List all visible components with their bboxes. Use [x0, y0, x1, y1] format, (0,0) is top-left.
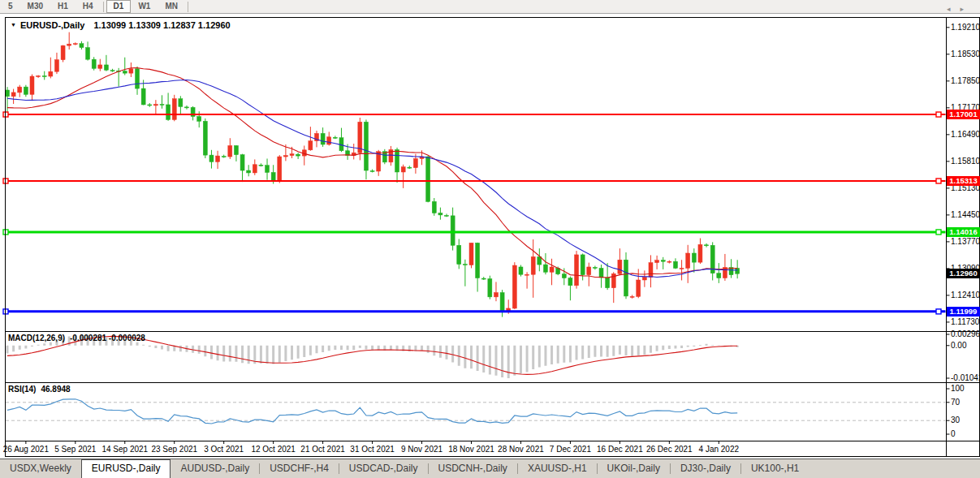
date-axis-label: 5 Sep 2021	[47, 445, 104, 454]
price-axis-tick: 1.14450	[951, 211, 980, 219]
chart-tab-usdx-weekly[interactable]: USDX,Weekly	[0, 459, 81, 478]
chart-tab-uk100-h1[interactable]: UK100-,H1	[741, 459, 809, 478]
price-axis-tick: 1.17850	[951, 77, 980, 85]
rsi-axis-tick: 0	[951, 430, 956, 438]
chart-tab-audusd-daily[interactable]: AUDUSD-,Daily	[171, 459, 259, 478]
date-axis-label: 18 Nov 2021	[443, 445, 500, 454]
chart-tabbar: USDX,WeeklyEURUSD-,DailyAUDUSD-,DailyUSD…	[0, 459, 980, 478]
date-axis-label: 4 Jan 2022	[690, 445, 747, 454]
chart-tab-usdcad-daily[interactable]: USDCAD-,Daily	[339, 459, 428, 478]
level-price-tag: 1.15313	[947, 176, 980, 186]
macd-axis-tick: 0.00	[951, 342, 966, 350]
chart-tab-usdchf-h4[interactable]: USDCHF-,H4	[260, 459, 339, 478]
level-price-tag: 1.14016	[947, 227, 980, 237]
symbol-dropdown-icon[interactable]: ▼	[11, 22, 16, 28]
hline-handle[interactable]	[936, 309, 941, 314]
price-axis-tick: 1.18530	[951, 50, 980, 58]
hline-handle[interactable]	[936, 179, 941, 183]
chart-tab-eurusd-daily[interactable]: EURUSD-,Daily	[81, 459, 171, 478]
macd-name: MACD(12,26,9)	[8, 334, 65, 342]
chart-symbol-label: EURUSD-,Daily	[20, 20, 84, 30]
date-axis-label: 23 Sep 2021	[146, 445, 203, 454]
mt4-chart-window: 5M30H1H4D1W1MN ▼EURUSD-,Daily1.13099 1.1…	[0, 0, 980, 478]
macd-indicator-label: MACD(12,26,9)-0.000281 -0.000028	[8, 334, 145, 342]
price-axis-tick: 1.16490	[951, 131, 980, 139]
chart-tab-ukoil-daily[interactable]: UKOil-,Daily	[598, 459, 670, 478]
level-price-tag: 1.17001	[947, 110, 980, 119]
tab-scroll-arrows: ◂▸	[947, 5, 974, 13]
date-axis-label: 31 Oct 2021	[344, 445, 401, 454]
date-axis-label: 14 Sep 2021	[97, 445, 153, 454]
price-axis-tick: 1.19210	[951, 24, 980, 32]
date-axis-label: 9 Nov 2021	[394, 445, 451, 454]
date-axis-label: 3 Oct 2021	[196, 445, 253, 454]
level-price-tag: 1.11999	[947, 307, 980, 317]
current-price-tag: 1.12960	[947, 269, 980, 278]
price-chart-canvas[interactable]	[0, 0, 980, 478]
rsi-value: 46.8948	[41, 385, 70, 394]
rsi-name: RSI(14)	[8, 385, 36, 394]
macd-values: -0.000281 -0.000028	[70, 334, 145, 342]
date-axis-label: 28 Nov 2021	[492, 445, 549, 454]
hline-handle[interactable]	[936, 112, 941, 117]
rsi-axis-tick: 70	[951, 398, 960, 407]
date-axis-label: 7 Dec 2021	[542, 445, 598, 454]
price-axis-tick: 1.13770	[951, 238, 980, 246]
chart-ohlc-values: 1.13099 1.13309 1.12837 1.12960	[93, 20, 230, 30]
chart-tab-xauusd-h1[interactable]: XAUUSD-,H1	[518, 459, 597, 478]
date-axis-label: 16 Dec 2021	[591, 445, 648, 454]
price-axis-tick: 1.11730	[951, 318, 979, 326]
date-axis-label: 26 Dec 2021	[641, 445, 697, 454]
chart-title: ▼EURUSD-,Daily1.13099 1.13309 1.12837 1.…	[11, 20, 231, 30]
macd-axis-tick: 0.002966	[951, 330, 980, 338]
chart-tab-usdcnh-daily[interactable]: USDCNH-,Daily	[429, 459, 517, 478]
price-axis-tick: 1.12410	[951, 291, 980, 299]
chart-tab-dj30-daily[interactable]: DJ30-,Daily	[671, 459, 740, 478]
tab-scroll-right-icon[interactable]: ▸	[960, 5, 974, 13]
date-axis-label: 12 Oct 2021	[245, 445, 302, 454]
rsi-indicator-label: RSI(14)46.8948	[8, 385, 71, 394]
macd-axis-tick: -0.010427	[951, 374, 980, 382]
hline-handle[interactable]	[936, 230, 941, 235]
rsi-axis-tick: 100	[951, 385, 965, 393]
price-axis-tick: 1.15810	[951, 157, 980, 166]
tab-scroll-left-icon[interactable]: ◂	[947, 5, 961, 13]
rsi-axis-tick: 30	[951, 416, 960, 424]
date-axis-label: 21 Oct 2021	[295, 445, 352, 454]
